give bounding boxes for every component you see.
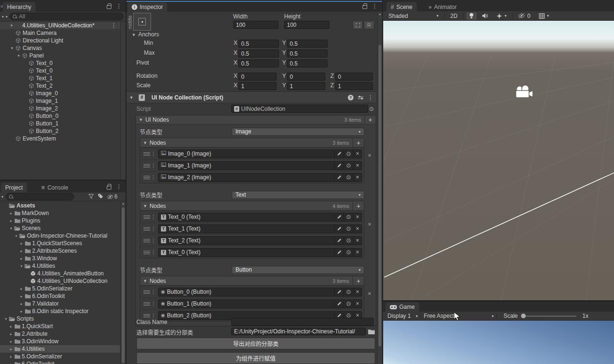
foldout-icon[interactable]: ▼ — [143, 279, 147, 283]
rotation-y-field[interactable]: 0 — [287, 73, 325, 81]
edit-pen-icon[interactable] — [334, 174, 344, 182]
drag-handle-icon[interactable] — [143, 251, 150, 254]
help-icon[interactable]: ? — [348, 95, 353, 100]
edit-pen-icon[interactable] — [334, 288, 344, 296]
hierarchy-item[interactable]: Image_0 — [0, 90, 121, 97]
search-by-type-icon[interactable] — [88, 193, 94, 200]
drag-handle-icon[interactable] — [143, 290, 150, 294]
audio-toggle[interactable] — [479, 12, 491, 20]
kebab-menu-icon[interactable]: ⋮ — [150, 238, 157, 244]
project-item[interactable]: ►2.AttributeScenes — [0, 247, 120, 255]
object-picker-icon[interactable]: ⊙ — [344, 300, 353, 308]
drag-handle-icon[interactable] — [143, 239, 150, 242]
kebab-menu-icon[interactable]: ⋮ — [150, 313, 157, 319]
project-item[interactable]: 4.Utilities_UINodeCollection — [0, 277, 120, 285]
create-dropdown-icon[interactable]: ▾ — [1, 195, 3, 199]
effects-dropdown[interactable]: ▾ — [494, 12, 509, 20]
component-header[interactable]: ▼ # UI Node Collection (Script) ? ⋮ — [126, 92, 376, 103]
display-dropdown[interactable]: Display 1 ▾ — [385, 312, 421, 320]
project-item[interactable]: ►6.OdinToolkit — [0, 360, 120, 364]
edit-pen-icon[interactable] — [334, 248, 344, 256]
node-object-field[interactable]: TText_0 (Text)⊙× — [158, 248, 362, 257]
tab-console[interactable]: ≣ Console — [37, 182, 72, 192]
browse-folder-icon[interactable] — [367, 328, 376, 335]
drag-handle-icon[interactable] — [143, 176, 150, 179]
remove-node-icon[interactable]: × — [353, 150, 362, 158]
scroll-up-icon[interactable]: ▲ — [121, 202, 126, 205]
width-field[interactable]: 100 — [233, 21, 278, 29]
lighting-toggle[interactable] — [466, 12, 477, 20]
class-name-field[interactable] — [231, 318, 374, 326]
object-picker-icon[interactable]: ⊙ — [344, 150, 353, 158]
kebab-menu-icon[interactable]: ⋮ — [150, 226, 157, 232]
foldout-icon[interactable]: ► — [18, 295, 25, 298]
max-y-field[interactable]: 0.5 — [287, 50, 328, 58]
kebab-menu-icon[interactable]: ⋮ — [372, 3, 378, 9]
project-item[interactable]: ▼4.Utilities — [0, 262, 120, 270]
rotation-z-field[interactable]: 0 — [335, 73, 373, 81]
min-y-field[interactable]: 0.5 — [287, 40, 328, 48]
lock-icon[interactable] — [362, 5, 367, 9]
kebab-menu-icon[interactable]: ⋮ — [368, 95, 373, 100]
foldout-icon[interactable]: ► — [18, 249, 25, 253]
foldout-icon[interactable]: ▼ — [3, 317, 9, 321]
project-item[interactable]: ▼Scenes — [0, 224, 120, 232]
drag-handle-icon[interactable] — [143, 164, 150, 167]
hierarchy-item[interactable]: Image_1 — [0, 97, 121, 105]
scale-slider[interactable]: Scale 1x — [501, 312, 591, 320]
scale-y-field[interactable]: 1 — [287, 82, 325, 90]
node-type-dropdown[interactable]: Button▾ — [232, 266, 364, 274]
lock-icon[interactable] — [107, 186, 111, 190]
hierarchy-item[interactable]: ▼Panel — [0, 52, 121, 59]
drag-handle-icon[interactable] — [143, 314, 150, 317]
presets-icon[interactable] — [358, 97, 363, 99]
rotation-x-field[interactable]: 0 — [238, 73, 277, 81]
project-item[interactable]: ►5.OdinSerializer — [0, 285, 120, 292]
object-picker-icon[interactable]: ⊙ — [344, 213, 353, 221]
hidden-count-button[interactable]: 6 — [107, 193, 118, 200]
kebab-menu-icon[interactable]: ⋮ — [150, 174, 157, 181]
tab-inspector[interactable]: i Inspector — [127, 2, 167, 12]
lock-icon[interactable] — [107, 5, 111, 9]
foldout-icon[interactable]: ► — [8, 355, 14, 358]
inspector-scrollbar[interactable]: ▲ — [377, 12, 382, 364]
hierarchy-item[interactable]: Text_0 — [0, 67, 121, 74]
foldout-icon[interactable]: ▼ — [13, 234, 19, 238]
project-item[interactable]: ►3.OdinWindow — [0, 338, 120, 345]
hierarchy-search-input[interactable]: All — [9, 13, 124, 20]
remove-node-icon[interactable]: × — [353, 213, 362, 221]
filter-dropdown-icon[interactable]: ▾ — [6, 15, 8, 19]
hierarchy-scrollbar[interactable] — [120, 22, 126, 180]
foldout-icon[interactable]: ► — [8, 325, 14, 328]
hierarchy-item[interactable]: Button_2 — [0, 127, 121, 135]
scale-z-field[interactable]: 1 — [335, 82, 373, 90]
object-picker-icon[interactable]: ⊙ — [344, 237, 353, 245]
remove-group-icon[interactable]: × — [364, 127, 375, 183]
scale-x-field[interactable]: 1 — [238, 82, 277, 90]
foldout-icon[interactable]: ► — [18, 287, 25, 290]
kebab-menu-icon[interactable]: ⋮ — [150, 301, 157, 307]
object-picker-icon[interactable]: ⊙ — [369, 106, 374, 112]
ui-nodes-header[interactable]: ▼ UI Nodes 3 items + — [136, 116, 376, 124]
foldout-icon[interactable]: ▼ — [143, 141, 147, 145]
hierarchy-item[interactable]: Directional Light — [0, 37, 121, 44]
remove-group-icon[interactable]: × — [364, 265, 375, 322]
drag-handle-icon[interactable] — [143, 227, 150, 231]
foldout-icon[interactable]: ► — [18, 310, 25, 313]
tab-hierarchy[interactable]: Hierarchy — [3, 2, 35, 12]
edit-pen-icon[interactable] — [334, 237, 344, 245]
scroll-up-icon[interactable]: ▲ — [378, 12, 382, 16]
node-type-dropdown[interactable]: Image▾ — [232, 128, 364, 136]
hierarchy-item[interactable]: Button_0 — [0, 112, 121, 120]
kebab-menu-icon[interactable]: ⋮ — [116, 184, 122, 190]
remove-node-icon[interactable]: × — [353, 225, 362, 233]
foldout-icon[interactable]: ► — [8, 340, 14, 343]
foldout-icon[interactable]: ► — [8, 212, 14, 215]
remove-node-icon[interactable]: × — [353, 237, 362, 245]
foldout-icon[interactable]: ▼ — [18, 265, 25, 268]
add-node-button[interactable]: + — [353, 138, 364, 147]
tab-game[interactable]: Game — [386, 302, 419, 312]
search-by-label-icon[interactable] — [98, 193, 103, 200]
drag-handle-icon[interactable] — [143, 152, 150, 156]
pivot-x-field[interactable]: 0.5 — [238, 59, 279, 67]
